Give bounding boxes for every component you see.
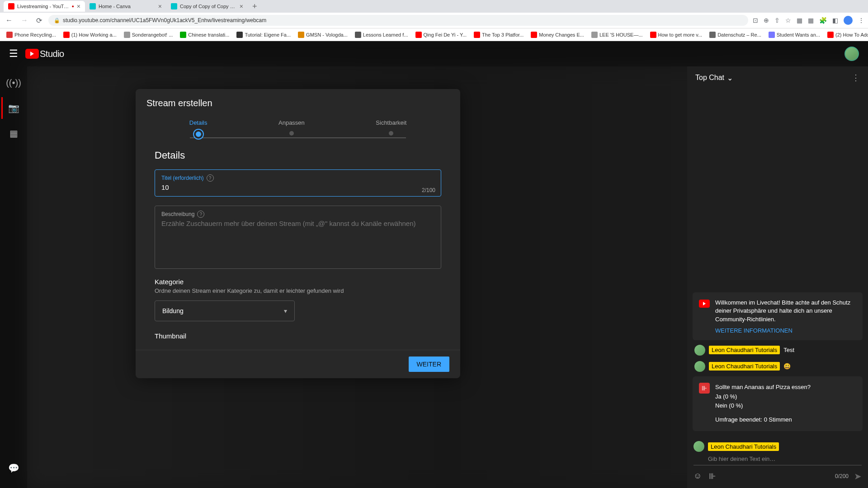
bookmark-item[interactable]: (1) How Working a... [61, 31, 119, 39]
antenna-icon: ((•)) [6, 78, 21, 88]
bookmark-item[interactable]: Tutorial: Eigene Fa... [234, 31, 293, 39]
menu-icon[interactable]: ⋮ [858, 17, 864, 24]
favicon [355, 32, 361, 38]
favicon [6, 32, 13, 38]
extension-icon[interactable]: ▦ [808, 17, 814, 24]
bookmark-item[interactable]: Chinese translati... [177, 31, 232, 39]
back-button[interactable]: ← [4, 14, 14, 26]
step-customize[interactable]: Anpassen [278, 119, 305, 139]
favicon-canva [171, 3, 177, 9]
sidebar-item-manage[interactable]: ▦ [3, 122, 24, 144]
share-icon[interactable]: ⇧ [774, 17, 780, 24]
create-stream-modal: Stream erstellen Details Anpassen Sichtb… [136, 89, 460, 378]
bookmarks-bar: Phone Recycling...(1) How Working a...So… [0, 28, 868, 41]
reload-button[interactable]: ⟳ [34, 14, 44, 27]
favicon [298, 32, 304, 38]
favicon [769, 32, 775, 38]
avatar [694, 345, 705, 356]
bookmark-item[interactable]: LEE 'S HOUSE—... [589, 31, 646, 39]
emoji-icon[interactable]: ☺ [693, 471, 702, 481]
bookmark-icon[interactable]: ☆ [785, 17, 791, 24]
char-counter: 0/200 [835, 473, 849, 479]
panel-icon[interactable]: ◧ [832, 17, 838, 24]
tab-bar: Livestreaming - YouTube S ● × Home - Can… [0, 0, 868, 13]
char-counter: 2/100 [422, 187, 435, 193]
url-input[interactable]: 🔒 studio.youtube.com/channel/UC1a5FWVn0g… [48, 15, 748, 26]
help-icon[interactable]: ? [207, 174, 214, 182]
bookmark-item[interactable]: GMSN - Vologda... [295, 31, 350, 39]
chat-input[interactable] [693, 454, 862, 465]
title-input[interactable] [161, 183, 434, 191]
sidebar: ((•)) 📷 ▦ 💬 [0, 66, 27, 488]
youtube-play-icon [25, 49, 39, 59]
thumbnail-heading: Thumbnail [155, 332, 441, 340]
description-input[interactable] [161, 220, 434, 265]
chat-messages: Willkommen im Livechat! Bitte achte auf … [687, 89, 868, 436]
step-details[interactable]: Details [189, 119, 208, 139]
lock-icon: 🔒 [54, 18, 60, 23]
favicon [531, 32, 537, 38]
zoom-icon[interactable]: ⊕ [764, 17, 769, 24]
avatar [694, 361, 705, 372]
poll-icon[interactable]: ⊪ [709, 471, 716, 481]
poll-icon: ⊪ [699, 383, 710, 394]
youtube-studio: ☰ Studio ((•)) 📷 ▦ 💬 Stream er [0, 41, 868, 488]
chat-mode-selector[interactable]: Top Chat ⌄ [695, 74, 733, 82]
bookmark-item[interactable]: How to get more v... [647, 31, 705, 39]
description-field[interactable]: Beschreibung ? [155, 206, 441, 269]
browser-chrome: Livestreaming - YouTube S ● × Home - Can… [0, 0, 868, 28]
author-badge[interactable]: Leon Chaudhari Tutorials [709, 362, 780, 371]
author-badge[interactable]: Leon Chaudhari Tutorials [709, 346, 780, 354]
send-icon[interactable]: ➤ [854, 471, 862, 482]
section-heading: Details [155, 150, 441, 161]
favicon [591, 32, 598, 38]
stepper: Details Anpassen Sichtbarkeit [136, 112, 460, 150]
step-visibility[interactable]: Sichtbarkeit [376, 119, 406, 139]
extension-icon[interactable]: ▦ [797, 17, 802, 24]
feedback-button[interactable]: 💬 [3, 457, 25, 479]
favicon [415, 32, 422, 38]
category-help-text: Ordne deinen Stream einer Kategorie zu, … [155, 287, 441, 294]
more-info-link[interactable]: WEITERE INFORMATIONEN [715, 327, 856, 334]
author-badge: Leon Chaudhari Tutorials [708, 442, 779, 451]
close-icon[interactable]: × [158, 3, 162, 10]
bookmark-item[interactable]: (2) How To Add A... [825, 31, 868, 39]
camera-icon: 📷 [8, 103, 19, 113]
new-tab-button[interactable]: + [248, 2, 262, 11]
profile-button[interactable] [844, 16, 853, 25]
sidebar-item-stream[interactable]: ((•)) [3, 72, 24, 94]
close-icon[interactable]: × [77, 3, 80, 10]
tab-youtube[interactable]: Livestreaming - YouTube S ● × [4, 1, 85, 12]
camera-icon[interactable]: ⊡ [753, 17, 758, 24]
bookmark-item[interactable]: Datenschutz – Re... [707, 31, 764, 39]
category-select[interactable]: Bildung ▾ [155, 300, 295, 321]
close-icon[interactable]: × [240, 3, 243, 10]
bookmark-item[interactable]: The Top 3 Platfor... [471, 31, 526, 39]
tab-canva-home[interactable]: Home - Canva × [85, 1, 166, 12]
menu-icon[interactable]: ☰ [9, 48, 18, 60]
bookmark-item[interactable]: Student Wants an... [766, 31, 823, 39]
favicon [180, 32, 186, 38]
avatar[interactable] [844, 47, 859, 61]
bookmark-item[interactable]: Sonderangebot! ... [121, 31, 176, 39]
favicon [124, 32, 130, 38]
help-icon[interactable]: ? [197, 211, 204, 218]
next-button[interactable]: WEITER [409, 357, 449, 372]
favicon [827, 32, 834, 38]
title-field[interactable]: Titel (erforderlich) ? 2/100 [155, 169, 441, 197]
chat-menu-button[interactable]: ⋮ [852, 73, 860, 83]
bookmark-item[interactable]: Money Changes E... [528, 31, 587, 39]
forward-button[interactable]: → [19, 14, 30, 26]
bookmark-item[interactable]: Phone Recycling... [4, 31, 59, 39]
extensions-button[interactable]: 🧩 [819, 17, 827, 24]
bookmark-item[interactable]: Qing Fei De Yi - Y... [413, 31, 470, 39]
youtube-studio-logo[interactable]: Studio [25, 49, 64, 59]
step-dot-icon [288, 130, 295, 137]
bookmark-item[interactable]: Lessons Learned f... [352, 31, 411, 39]
chat-icon: 💬 [8, 463, 19, 473]
recording-icon: ● [71, 4, 74, 9]
address-bar: ← → ⟳ 🔒 studio.youtube.com/channel/UC1a5… [0, 13, 868, 28]
favicon [709, 32, 716, 38]
sidebar-item-webcam[interactable]: 📷 [1, 97, 24, 119]
tab-canva-copy[interactable]: Copy of Copy of Copy of Cop × [166, 1, 248, 12]
